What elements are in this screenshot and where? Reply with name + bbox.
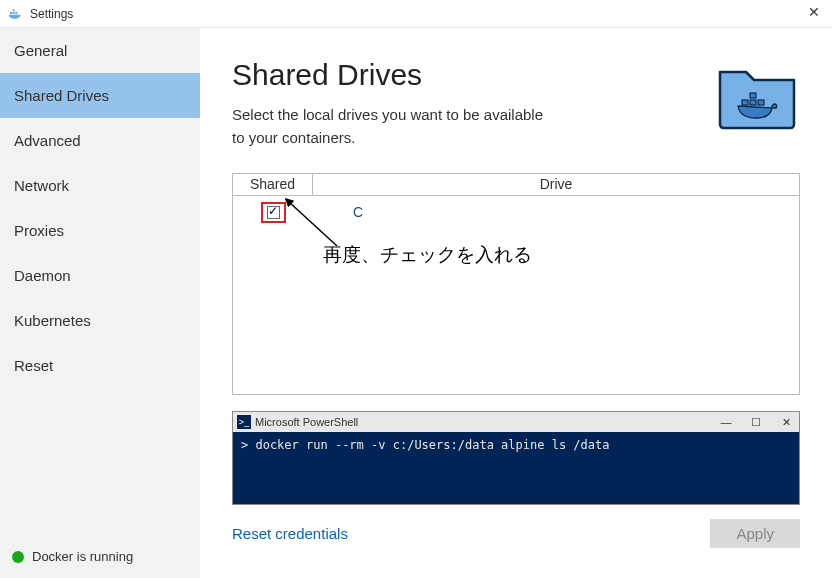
- sidebar-item-shared-drives[interactable]: Shared Drives: [0, 73, 200, 118]
- svg-rect-3: [13, 9, 15, 11]
- drive-letter: C: [313, 204, 799, 220]
- status-text: Docker is running: [32, 549, 133, 564]
- status-indicator-icon: [12, 551, 24, 563]
- reset-credentials-link[interactable]: Reset credentials: [232, 525, 348, 542]
- sidebar-item-reset[interactable]: Reset: [0, 343, 200, 388]
- page-description: Select the local drives you want to be a…: [232, 104, 552, 149]
- drive-shared-checkbox[interactable]: [267, 206, 280, 219]
- sidebar: General Shared Drives Advanced Network P…: [0, 28, 200, 578]
- powershell-icon: >_: [237, 415, 251, 429]
- svg-rect-4: [742, 100, 748, 105]
- sidebar-item-advanced[interactable]: Advanced: [0, 118, 200, 163]
- column-header-drive: Drive: [313, 174, 799, 195]
- terminal-maximize-button[interactable]: ☐: [747, 416, 765, 429]
- sidebar-item-network[interactable]: Network: [0, 163, 200, 208]
- window-close-button[interactable]: ✕: [804, 4, 824, 20]
- terminal-window: >_ Microsoft PowerShell — ☐ ✕ > docker r…: [232, 411, 800, 505]
- docker-icon: [8, 6, 24, 22]
- docker-folder-icon: [714, 58, 800, 134]
- status-bar: Docker is running: [0, 535, 200, 578]
- apply-button[interactable]: Apply: [710, 519, 800, 548]
- sidebar-item-proxies[interactable]: Proxies: [0, 208, 200, 253]
- svg-rect-5: [750, 100, 756, 105]
- annotation-highlight-box: [261, 202, 286, 223]
- terminal-titlebar: >_ Microsoft PowerShell — ☐ ✕: [233, 412, 799, 432]
- svg-rect-6: [758, 100, 764, 105]
- svg-rect-2: [15, 12, 17, 14]
- annotation-text: 再度、チェックを入れる: [323, 242, 532, 268]
- table-row: C: [233, 196, 799, 228]
- window-title: Settings: [30, 7, 73, 21]
- sidebar-item-kubernetes[interactable]: Kubernetes: [0, 298, 200, 343]
- svg-rect-1: [13, 12, 15, 14]
- svg-rect-0: [10, 12, 12, 14]
- terminal-minimize-button[interactable]: —: [717, 416, 735, 429]
- sidebar-item-general[interactable]: General: [0, 28, 200, 73]
- svg-rect-7: [750, 93, 756, 98]
- sidebar-item-daemon[interactable]: Daemon: [0, 253, 200, 298]
- window-titlebar: Settings ✕: [0, 0, 832, 28]
- terminal-close-button[interactable]: ✕: [777, 416, 795, 429]
- page-title: Shared Drives: [232, 58, 702, 92]
- terminal-output: > docker run --rm -v c:/Users:/data alpi…: [233, 432, 799, 504]
- drives-table: Shared Drive C 再度、チェックを入れる: [232, 173, 800, 395]
- terminal-title: Microsoft PowerShell: [255, 416, 358, 428]
- column-header-shared: Shared: [233, 174, 313, 195]
